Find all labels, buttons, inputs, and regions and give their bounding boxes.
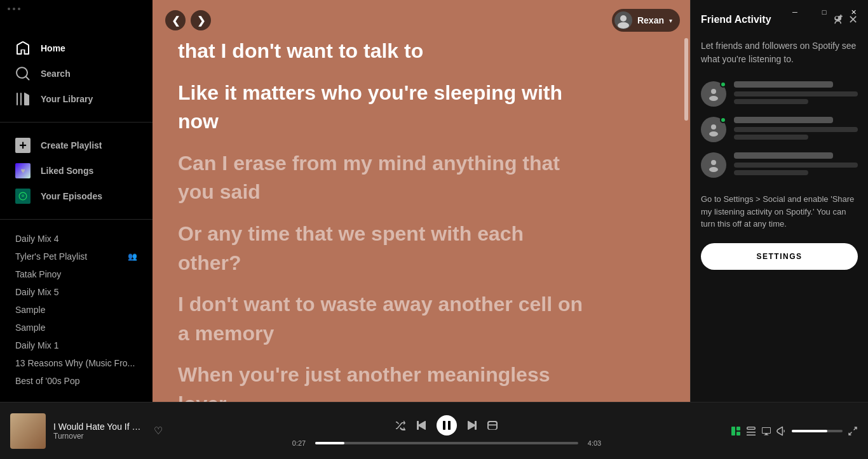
close-button[interactable]: ✕ (839, 3, 868, 22)
playlist-item-tatak-pinoy[interactable]: Tatak Pinoy (0, 265, 153, 283)
nav-buttons: ❮ ❯ (165, 10, 211, 30)
previous-button[interactable] (416, 420, 426, 430)
settings-button[interactable]: SETTINGS (701, 243, 858, 270)
lyric-line: that I don't want to talk to (178, 38, 665, 65)
episodes-label: Your Episodes (41, 191, 102, 201)
player-track-info: I Would Hate You If I Could Turnover ♡ (10, 413, 163, 449)
lyric-line: Or any time that we spent with each (178, 221, 665, 248)
player-controls-center: 0:27 4:03 (163, 415, 731, 447)
nav-item-home[interactable]: Home (0, 36, 153, 61)
sidebar-playlists: Daily Mix 4 Tyler's Pet Playlist 👥 Tatak… (0, 225, 153, 402)
lyric-line: Can I erase from my mind anything that (178, 150, 665, 177)
create-playlist-icon: + (15, 138, 31, 153)
sidebar-divider-2 (0, 219, 153, 220)
friend-activity-panel: Friend Activity ✕ Let friends and follow… (690, 0, 868, 402)
lyric-line: lover (178, 391, 665, 402)
player-bar: I Would Hate You If I Could Turnover ♡ (0, 402, 868, 459)
playlist-name: Daily Mix 4 (15, 234, 137, 244)
forward-button[interactable]: ❯ (191, 10, 211, 30)
lyric-line: now (178, 109, 665, 135)
shuffle-button[interactable] (396, 420, 406, 430)
playlist-item-sample-2[interactable]: Sample (0, 319, 153, 336)
friend-online-indicator (720, 117, 726, 123)
svg-point-5 (709, 131, 718, 136)
liked-songs-action[interactable]: ♥ Liked Songs (0, 158, 153, 183)
playlist-item-best-00s[interactable]: Best of '00s Pop (0, 372, 153, 390)
library-icon (15, 91, 31, 107)
lyric-block-2: Like it matters who you're sleeping with… (178, 80, 665, 135)
friend-name-placeholder (734, 117, 833, 123)
friend-info (734, 81, 858, 107)
user-menu-button[interactable]: Rexan ▾ (612, 9, 680, 32)
progress-bar[interactable] (315, 442, 578, 444)
friend-avatar-wrapper (701, 152, 726, 178)
like-button[interactable]: ♡ (154, 425, 163, 437)
playlist-item-13-reasons[interactable]: 13 Reasons Why (Music Fro... (0, 354, 153, 372)
svg-point-7 (709, 167, 718, 172)
volume-button[interactable] (776, 426, 787, 436)
sidebar-divider-1 (0, 122, 153, 123)
scrollbar-thumb[interactable] (684, 38, 688, 121)
device-picker-button[interactable] (761, 426, 771, 436)
progress-bar-container: 0:27 4:03 (288, 439, 606, 447)
lyrics-container: that I don't want to talk to Like it mat… (153, 0, 690, 402)
minimize-button[interactable]: ─ (780, 3, 810, 22)
playback-controls (396, 415, 498, 436)
queue-button[interactable] (746, 426, 756, 436)
svg-point-4 (711, 124, 716, 130)
track-thumbnail (10, 413, 46, 449)
lyric-line: Like it matters who you're sleeping with (178, 80, 665, 107)
create-playlist-label: Create Playlist (41, 140, 102, 150)
friend-activity-title: Friend Activity (701, 14, 771, 25)
playlist-name: Tyler's Pet Playlist (15, 251, 128, 262)
play-pause-button[interactable] (437, 415, 457, 436)
fullscreen-button[interactable] (848, 426, 858, 436)
playlist-name: Tatak Pinoy (15, 269, 137, 279)
track-thumbnail-image (10, 413, 46, 449)
playlist-item-sample-1[interactable]: Sample (0, 301, 153, 319)
friend-track-placeholder (734, 91, 858, 96)
maximize-button[interactable]: □ (810, 3, 839, 22)
lyric-line: you said (178, 179, 665, 206)
lyric-line: other? (178, 250, 665, 277)
friend-artist-placeholder (734, 135, 808, 140)
current-time: 0:27 (288, 439, 310, 447)
your-episodes-action[interactable]: Your Episodes (0, 183, 153, 209)
playlist-item-daily-mix-4[interactable]: Daily Mix 4 (0, 230, 153, 248)
next-button[interactable] (467, 420, 477, 430)
volume-fill (792, 430, 827, 432)
friend-item (701, 81, 858, 107)
friend-avatar-wrapper (701, 117, 726, 142)
lyric-line: I don't want to waste away another cell … (178, 291, 665, 318)
playlist-item-daily-mix-1[interactable]: Daily Mix 1 (0, 336, 153, 354)
friend-online-indicator (720, 81, 726, 88)
repeat-button[interactable] (487, 420, 498, 430)
playlist-actions: + Create Playlist ♥ Liked Songs Your Epi… (0, 128, 153, 214)
player-right-controls (731, 426, 858, 436)
lyric-block-4: Or any time that we spent with each othe… (178, 221, 665, 276)
nav-item-library[interactable]: Your Library (0, 86, 153, 112)
collab-icon: 👥 (128, 252, 137, 261)
dot-2 (13, 8, 15, 10)
nav-item-search[interactable]: Search (0, 61, 153, 86)
main-content: ❮ ❯ Rexan ▾ that I don't want to talk to… (153, 0, 690, 402)
scrollbar-track[interactable] (684, 32, 689, 402)
friend-activity-description: Let friends and followers on Spotify see… (701, 39, 858, 66)
playlist-item-tylers-pet[interactable]: Tyler's Pet Playlist 👥 (0, 248, 153, 265)
create-playlist-action[interactable]: + Create Playlist (0, 133, 153, 158)
lyric-block-3: Can I erase from my mind anything that y… (178, 150, 665, 206)
progress-fill (315, 442, 344, 444)
playlist-name: Daily Mix 1 (15, 340, 137, 350)
back-button[interactable]: ❮ (165, 10, 186, 30)
svg-point-3 (709, 96, 718, 101)
friend-avatar (701, 152, 726, 178)
lyrics-button[interactable] (731, 426, 741, 436)
friend-avatar-wrapper (701, 81, 726, 107)
playlist-name: Sample (15, 323, 137, 333)
playlist-item-daily-mix-5[interactable]: Daily Mix 5 (0, 283, 153, 301)
sidebar-nav: Home Search Your Library (0, 25, 153, 117)
friend-list (701, 81, 858, 178)
app-container: Home Search Your Library + Cr (0, 0, 868, 402)
volume-bar[interactable] (792, 430, 843, 432)
playlist-name: Daily Mix 5 (15, 287, 137, 297)
